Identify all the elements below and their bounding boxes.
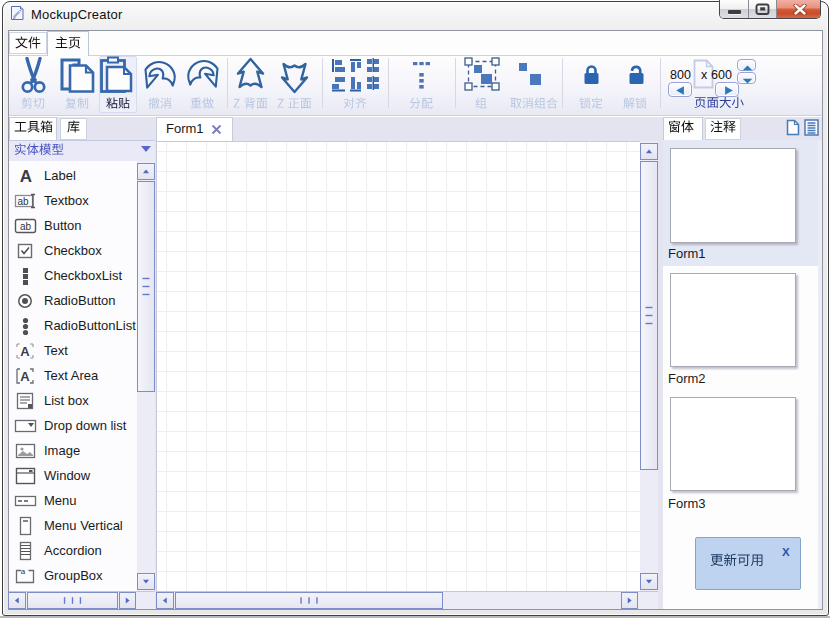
svg-text:ab: ab xyxy=(20,221,32,232)
svg-text:A: A xyxy=(20,369,30,384)
svg-text:ab: ab xyxy=(17,196,29,207)
svg-text:a: a xyxy=(21,567,26,576)
svg-text:A: A xyxy=(20,167,32,186)
svg-text:A: A xyxy=(20,344,30,359)
